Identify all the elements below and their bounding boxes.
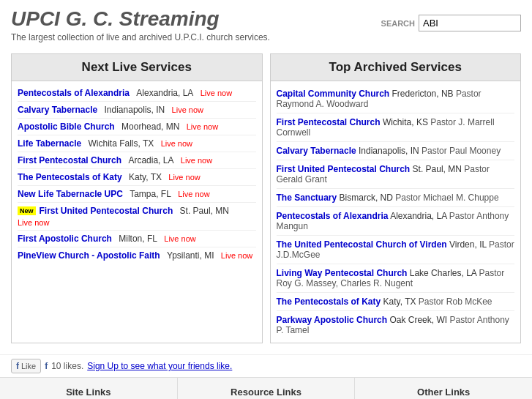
live-church-link[interactable]: New Life Tabernacle UPC xyxy=(18,189,123,199)
archived-row: First Pentecostal Church Wichita, KS Pas… xyxy=(277,113,515,142)
archived-church-link[interactable]: Living Way Pentecostal Church xyxy=(277,268,408,278)
live-location: Wichita Falls, TX xyxy=(88,138,154,149)
live-badge: Live now xyxy=(18,218,49,227)
live-row: The Pentecostals of Katy Katy, TX Live n… xyxy=(18,169,256,186)
main-content: Next Live Services Pentecostals of Alexa… xyxy=(0,46,532,351)
archived-pastor: Pastor Paul Mooney xyxy=(422,146,501,156)
archived-location: Virden, IL xyxy=(449,239,487,250)
live-location: Milton, FL xyxy=(119,234,157,244)
live-church-link[interactable]: First United Pentecostal Church xyxy=(40,206,173,216)
search-input[interactable] xyxy=(419,15,521,31)
footer-other-title: Other Links xyxy=(366,387,521,398)
archived-church-link[interactable]: Calvary Tabernacle xyxy=(277,146,356,156)
live-location: Indianapolis, IN xyxy=(105,105,165,115)
live-row: Calvary Tabernacle Indianapolis, IN Live… xyxy=(18,102,256,119)
facebook-signup-link[interactable]: Sign Up to see what your friends like. xyxy=(87,361,232,371)
footer-resource-links: Resource Links UCstreaming Mister Nifty xyxy=(178,378,356,399)
archived-location: Katy, TX xyxy=(383,297,416,307)
footer-other-links: Other Links Get Free Video Streaming xyxy=(355,378,532,399)
live-badge: Live now xyxy=(181,156,212,165)
live-badge: Live now xyxy=(178,190,209,198)
live-location: Alexandria, LA xyxy=(136,88,193,98)
site-title: UPCI G. C. Streaming xyxy=(11,7,270,31)
live-row: NewFirst United Pentecostal Church St. P… xyxy=(18,203,256,231)
facebook-icon: f xyxy=(16,361,19,371)
footer-site-links: Site Links Home Contact Us xyxy=(0,378,178,399)
archived-church-link[interactable]: Parkway Apostolic Church xyxy=(277,315,388,325)
live-location: Moorhead, MN xyxy=(121,122,179,132)
search-label: SEARCH xyxy=(381,19,415,28)
facebook-like-button[interactable]: f Like xyxy=(11,359,41,373)
archived-row: Calvary Tabernacle Indianapolis, IN Past… xyxy=(277,142,515,160)
archived-church-link[interactable]: The United Pentecostal Church of Virden xyxy=(277,239,447,250)
archived-pastor: Pastor Michael M. Chuppe xyxy=(395,193,498,203)
live-row: Apostolic Bible Church Moorhead, MN Live… xyxy=(18,119,256,135)
live-church-link[interactable]: First Apostolic Church xyxy=(18,234,112,244)
next-live-section: Next Live Services Pentecostals of Alexa… xyxy=(11,53,263,343)
like-label: Like xyxy=(21,362,36,370)
footer-resource-title: Resource Links xyxy=(189,387,344,398)
footer-site-title: Site Links xyxy=(11,387,166,398)
next-live-title: Next Live Services xyxy=(12,54,262,81)
live-location: St. Paul, MN xyxy=(180,206,229,216)
new-tag: New xyxy=(18,206,36,215)
live-badge: Live now xyxy=(168,173,200,182)
search-area: SEARCH xyxy=(381,15,521,31)
archived-row: Pentecostals of Alexandria Alexandria, L… xyxy=(277,207,515,236)
header: UPCI G. C. Streaming The largest collect… xyxy=(0,0,532,46)
archived-location: Oak Creek, WI xyxy=(389,315,447,325)
live-location: Tampa, FL xyxy=(130,189,171,199)
archived-row: Capital Community Church Fredericton, NB… xyxy=(277,85,515,113)
top-archived-body: Capital Community Church Fredericton, NB… xyxy=(271,81,521,343)
live-church-link[interactable]: The Pentecostals of Katy xyxy=(18,172,122,182)
live-location: Arcadia, LA xyxy=(128,155,173,165)
live-church-link[interactable]: Pentecostals of Alexandria xyxy=(18,88,130,98)
archived-church-link[interactable]: The Sanctuary xyxy=(277,193,337,203)
archived-row: The United Pentecostal Church of Virden … xyxy=(277,236,515,264)
live-row: Pentecostals of Alexandria Alexandria, L… xyxy=(18,85,256,102)
archived-location: Alexandria, LA xyxy=(390,211,446,221)
archived-church-link[interactable]: The Pentecostals of Katy xyxy=(277,297,381,307)
live-row: Life Tabernacle Wichita Falls, TX Live n… xyxy=(18,135,256,152)
live-church-link[interactable]: Apostolic Bible Church xyxy=(18,122,115,132)
live-row: PineView Church - Apostolic Faith Ypsila… xyxy=(18,247,256,264)
tagline: The largest collection of live and archi… xyxy=(11,32,270,42)
live-church-link[interactable]: Calvary Tabernacle xyxy=(18,105,97,115)
facebook-section: f Like f 10 likes. Sign Up to see what y… xyxy=(0,354,532,377)
archived-location: Fredericton, NB xyxy=(392,89,454,99)
archived-location: Lake Charles, LA xyxy=(410,268,476,278)
live-badge: Live now xyxy=(221,251,252,260)
archived-row: Parkway Apostolic Church Oak Creek, WI P… xyxy=(277,311,515,339)
live-badge: Live now xyxy=(164,234,195,243)
next-live-body: Pentecostals of Alexandria Alexandria, L… xyxy=(12,81,262,267)
archived-church-link[interactable]: First Pentecostal Church xyxy=(277,117,381,127)
archived-row: The Sanctuary Bismarck, ND Pastor Michae… xyxy=(277,189,515,207)
archived-row: First United Pentecostal Church St. Paul… xyxy=(277,160,515,189)
facebook-signup-text: Sign Up to see what your friends like. xyxy=(87,361,232,371)
live-badge: Live now xyxy=(172,105,203,114)
live-church-link[interactable]: First Pentecostal Church xyxy=(18,155,121,165)
top-archived-section: Top Archived Services Capital Community … xyxy=(270,53,522,343)
facebook-icon2: f xyxy=(45,361,48,371)
archived-church-link[interactable]: Capital Community Church xyxy=(277,89,390,99)
live-row: New Life Tabernacle UPC Tampa, FL Live n… xyxy=(18,186,256,203)
archived-row: The Pentecostals of Katy Katy, TX Pastor… xyxy=(277,293,515,311)
archived-location: Wichita, KS xyxy=(383,117,428,127)
archived-row: Living Way Pentecostal Church Lake Charl… xyxy=(277,264,515,293)
live-row: First Pentecostal Church Arcadia, LA Liv… xyxy=(18,152,256,169)
live-badge: Live now xyxy=(187,122,218,131)
live-badge: Live now xyxy=(161,139,192,148)
archived-location: Indianapolis, IN xyxy=(359,146,419,156)
top-archived-title: Top Archived Services xyxy=(271,54,521,81)
live-location: Katy, TX xyxy=(129,172,162,182)
footer: Site Links Home Contact Us Resource Link… xyxy=(0,377,532,399)
archived-location: St. Paul, MN xyxy=(413,164,462,174)
archived-church-link[interactable]: Pentecostals of Alexandria xyxy=(277,211,389,221)
archived-church-link[interactable]: First United Pentecostal Church xyxy=(277,164,411,174)
live-location: Ypsilanti, MI xyxy=(167,250,214,261)
live-church-link[interactable]: Life Tabernacle xyxy=(18,138,81,149)
live-church-link[interactable]: PineView Church - Apostolic Faith xyxy=(18,250,160,261)
archived-location: Bismarck, ND xyxy=(340,193,393,203)
header-left: UPCI G. C. Streaming The largest collect… xyxy=(11,7,270,42)
live-badge: Live now xyxy=(201,89,232,97)
